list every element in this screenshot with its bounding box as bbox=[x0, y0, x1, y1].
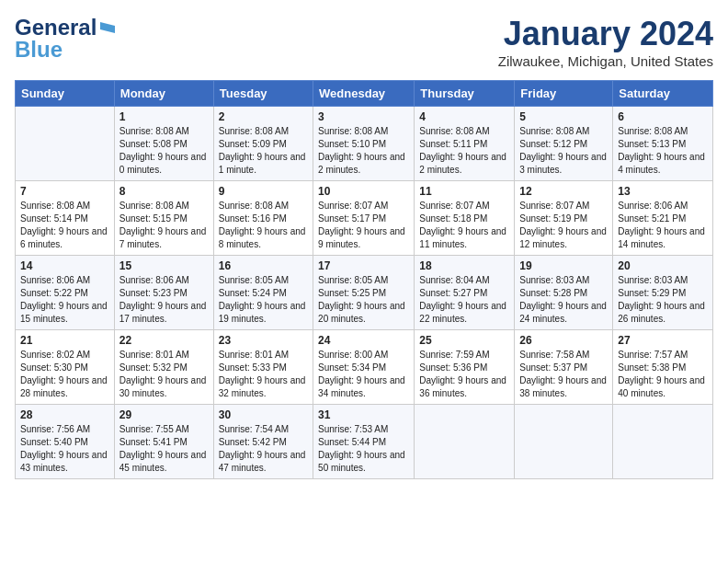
cell-sun-info: Sunrise: 7:57 AMSunset: 5:38 PMDaylight:… bbox=[618, 349, 708, 400]
cell-sun-info: Sunrise: 8:08 AMSunset: 5:16 PMDaylight:… bbox=[219, 200, 308, 251]
title-block: January 2024 Zilwaukee, Michigan, United… bbox=[498, 15, 713, 69]
cell-sun-info: Sunrise: 8:06 AMSunset: 5:23 PMDaylight:… bbox=[119, 274, 209, 326]
cell-sun-info: Sunrise: 8:03 AMSunset: 5:28 PMDaylight:… bbox=[519, 274, 608, 326]
weekday-header: Friday bbox=[515, 81, 613, 107]
day-number: 4 bbox=[419, 110, 509, 123]
weekday-header: Sunday bbox=[16, 81, 115, 107]
day-number: 14 bbox=[20, 259, 109, 272]
weekday-header-row: SundayMondayTuesdayWednesdayThursdayFrid… bbox=[16, 81, 713, 107]
calendar-cell: 11Sunrise: 8:07 AMSunset: 5:18 PMDayligh… bbox=[415, 181, 515, 256]
day-number: 12 bbox=[519, 185, 608, 198]
calendar-cell: 25Sunrise: 7:59 AMSunset: 5:36 PMDayligh… bbox=[415, 330, 515, 405]
cell-sun-info: Sunrise: 8:08 AMSunset: 5:15 PMDaylight:… bbox=[119, 200, 209, 251]
calendar-cell: 10Sunrise: 8:07 AMSunset: 5:17 PMDayligh… bbox=[313, 181, 415, 256]
cell-sun-info: Sunrise: 8:08 AMSunset: 5:12 PMDaylight:… bbox=[519, 125, 608, 177]
calendar-week-row: 14Sunrise: 8:06 AMSunset: 5:22 PMDayligh… bbox=[16, 256, 713, 330]
day-number: 15 bbox=[119, 259, 209, 272]
calendar-cell: 21Sunrise: 8:02 AMSunset: 5:30 PMDayligh… bbox=[16, 330, 115, 405]
day-number: 2 bbox=[219, 110, 308, 123]
cell-sun-info: Sunrise: 7:56 AMSunset: 5:40 PMDaylight:… bbox=[20, 423, 109, 475]
day-number: 19 bbox=[519, 259, 608, 272]
calendar-cell: 14Sunrise: 8:06 AMSunset: 5:22 PMDayligh… bbox=[16, 256, 115, 330]
calendar-cell bbox=[515, 405, 613, 479]
day-number: 6 bbox=[618, 110, 708, 123]
weekday-header: Wednesday bbox=[313, 81, 415, 107]
day-number: 13 bbox=[618, 185, 708, 198]
calendar-cell: 3Sunrise: 8:08 AMSunset: 5:10 PMDaylight… bbox=[313, 107, 415, 181]
calendar-cell: 17Sunrise: 8:05 AMSunset: 5:25 PMDayligh… bbox=[313, 256, 415, 330]
page-header: General Blue January 2024 Zilwaukee, Mic… bbox=[15, 15, 713, 69]
cell-sun-info: Sunrise: 8:02 AMSunset: 5:30 PMDaylight:… bbox=[20, 349, 109, 400]
day-number: 21 bbox=[20, 334, 109, 347]
weekday-header: Thursday bbox=[415, 81, 515, 107]
cell-sun-info: Sunrise: 8:07 AMSunset: 5:18 PMDaylight:… bbox=[419, 200, 509, 251]
calendar-cell bbox=[16, 107, 115, 181]
cell-sun-info: Sunrise: 8:00 AMSunset: 5:34 PMDaylight:… bbox=[318, 349, 409, 400]
svg-marker-0 bbox=[100, 22, 115, 33]
day-number: 18 bbox=[419, 259, 509, 272]
cell-sun-info: Sunrise: 7:55 AMSunset: 5:41 PMDaylight:… bbox=[119, 423, 209, 475]
calendar-cell: 4Sunrise: 8:08 AMSunset: 5:11 PMDaylight… bbox=[415, 107, 515, 181]
calendar-cell: 27Sunrise: 7:57 AMSunset: 5:38 PMDayligh… bbox=[613, 330, 713, 405]
cell-sun-info: Sunrise: 8:06 AMSunset: 5:21 PMDaylight:… bbox=[618, 200, 708, 251]
cell-sun-info: Sunrise: 8:05 AMSunset: 5:24 PMDaylight:… bbox=[219, 274, 308, 326]
calendar-cell: 22Sunrise: 8:01 AMSunset: 5:32 PMDayligh… bbox=[114, 330, 213, 405]
day-number: 1 bbox=[119, 110, 209, 123]
day-number: 20 bbox=[618, 259, 708, 272]
day-number: 29 bbox=[119, 408, 209, 421]
calendar-cell: 19Sunrise: 8:03 AMSunset: 5:28 PMDayligh… bbox=[515, 256, 613, 330]
month-title: January 2024 bbox=[498, 15, 713, 53]
cell-sun-info: Sunrise: 8:08 AMSunset: 5:09 PMDaylight:… bbox=[219, 125, 308, 177]
calendar-cell: 6Sunrise: 8:08 AMSunset: 5:13 PMDaylight… bbox=[613, 107, 713, 181]
day-number: 16 bbox=[219, 259, 308, 272]
weekday-header: Monday bbox=[114, 81, 213, 107]
cell-sun-info: Sunrise: 7:54 AMSunset: 5:42 PMDaylight:… bbox=[219, 423, 308, 475]
day-number: 7 bbox=[20, 185, 109, 198]
cell-sun-info: Sunrise: 8:08 AMSunset: 5:14 PMDaylight:… bbox=[20, 200, 109, 251]
calendar-cell: 28Sunrise: 7:56 AMSunset: 5:40 PMDayligh… bbox=[16, 405, 115, 479]
location: Zilwaukee, Michigan, United States bbox=[498, 53, 713, 69]
day-number: 11 bbox=[419, 185, 509, 198]
cell-sun-info: Sunrise: 8:08 AMSunset: 5:08 PMDaylight:… bbox=[119, 125, 209, 177]
cell-sun-info: Sunrise: 7:58 AMSunset: 5:37 PMDaylight:… bbox=[519, 349, 608, 400]
calendar-week-row: 21Sunrise: 8:02 AMSunset: 5:30 PMDayligh… bbox=[16, 330, 713, 405]
logo-icon bbox=[98, 18, 117, 37]
cell-sun-info: Sunrise: 8:08 AMSunset: 5:13 PMDaylight:… bbox=[618, 125, 708, 177]
cell-sun-info: Sunrise: 8:07 AMSunset: 5:19 PMDaylight:… bbox=[519, 200, 608, 251]
logo: General Blue bbox=[15, 15, 117, 63]
calendar-cell: 16Sunrise: 8:05 AMSunset: 5:24 PMDayligh… bbox=[213, 256, 313, 330]
day-number: 27 bbox=[618, 334, 708, 347]
day-number: 23 bbox=[219, 334, 308, 347]
calendar-cell bbox=[613, 405, 713, 479]
calendar-cell bbox=[415, 405, 515, 479]
day-number: 31 bbox=[318, 408, 409, 421]
cell-sun-info: Sunrise: 8:08 AMSunset: 5:11 PMDaylight:… bbox=[419, 125, 509, 177]
calendar-cell: 8Sunrise: 8:08 AMSunset: 5:15 PMDaylight… bbox=[114, 181, 213, 256]
calendar-cell: 29Sunrise: 7:55 AMSunset: 5:41 PMDayligh… bbox=[114, 405, 213, 479]
calendar-cell: 13Sunrise: 8:06 AMSunset: 5:21 PMDayligh… bbox=[613, 181, 713, 256]
day-number: 9 bbox=[219, 185, 308, 198]
calendar-cell: 24Sunrise: 8:00 AMSunset: 5:34 PMDayligh… bbox=[313, 330, 415, 405]
cell-sun-info: Sunrise: 8:05 AMSunset: 5:25 PMDaylight:… bbox=[318, 274, 409, 326]
day-number: 30 bbox=[219, 408, 308, 421]
calendar-week-row: 1Sunrise: 8:08 AMSunset: 5:08 PMDaylight… bbox=[16, 107, 713, 181]
day-number: 8 bbox=[119, 185, 209, 198]
cell-sun-info: Sunrise: 7:53 AMSunset: 5:44 PMDaylight:… bbox=[318, 423, 409, 475]
day-number: 26 bbox=[519, 334, 608, 347]
calendar-cell: 26Sunrise: 7:58 AMSunset: 5:37 PMDayligh… bbox=[515, 330, 613, 405]
cell-sun-info: Sunrise: 8:04 AMSunset: 5:27 PMDaylight:… bbox=[419, 274, 509, 326]
calendar-cell: 9Sunrise: 8:08 AMSunset: 5:16 PMDaylight… bbox=[213, 181, 313, 256]
day-number: 28 bbox=[20, 408, 109, 421]
calendar-week-row: 28Sunrise: 7:56 AMSunset: 5:40 PMDayligh… bbox=[16, 405, 713, 479]
weekday-header: Tuesday bbox=[213, 81, 313, 107]
calendar-cell: 31Sunrise: 7:53 AMSunset: 5:44 PMDayligh… bbox=[313, 405, 415, 479]
day-number: 22 bbox=[119, 334, 209, 347]
cell-sun-info: Sunrise: 8:07 AMSunset: 5:17 PMDaylight:… bbox=[318, 200, 409, 251]
calendar-cell: 7Sunrise: 8:08 AMSunset: 5:14 PMDaylight… bbox=[16, 181, 115, 256]
day-number: 5 bbox=[519, 110, 608, 123]
calendar-cell: 1Sunrise: 8:08 AMSunset: 5:08 PMDaylight… bbox=[114, 107, 213, 181]
calendar-cell: 5Sunrise: 8:08 AMSunset: 5:12 PMDaylight… bbox=[515, 107, 613, 181]
cell-sun-info: Sunrise: 8:06 AMSunset: 5:22 PMDaylight:… bbox=[20, 274, 109, 326]
day-number: 17 bbox=[318, 259, 409, 272]
day-number: 24 bbox=[318, 334, 409, 347]
